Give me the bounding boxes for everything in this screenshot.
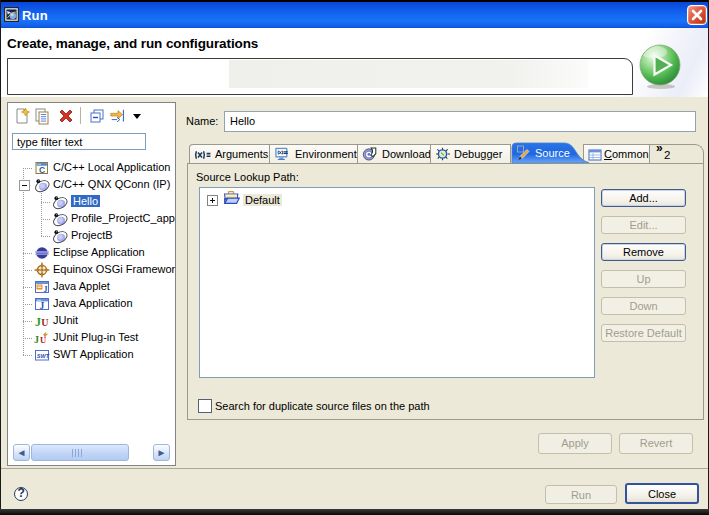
svg-text:SWT: SWT <box>37 353 50 359</box>
svg-text:Source: Source <box>535 147 570 159</box>
svg-text:J: J <box>44 285 48 294</box>
svg-text:J: J <box>35 315 41 329</box>
svg-text:U: U <box>41 317 48 328</box>
svg-text:J: J <box>34 334 39 345</box>
svg-text:C: C <box>39 165 45 175</box>
svg-text:J: J <box>40 301 45 311</box>
